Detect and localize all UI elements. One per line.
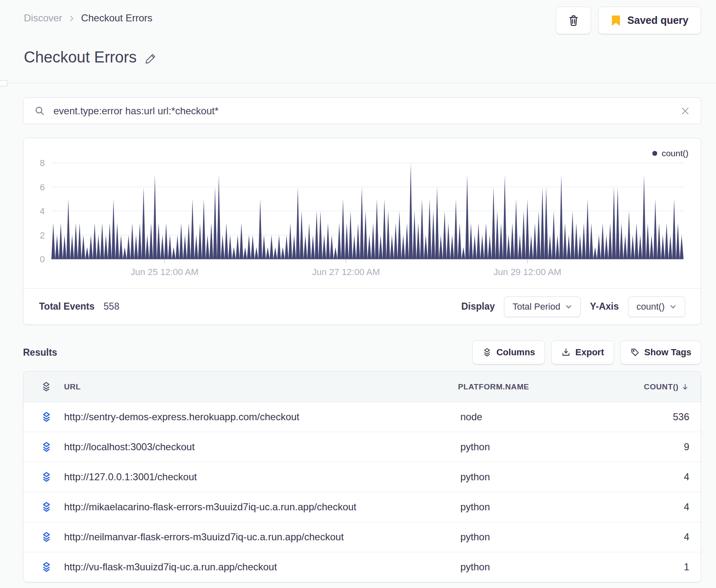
breadcrumb-current: Checkout Errors — [81, 12, 152, 24]
row-stack-cell[interactable] — [23, 561, 64, 573]
y-axis-label: Y-Axis — [590, 301, 619, 312]
column-header-count[interactable]: COUNT() — [644, 382, 701, 391]
export-button-label: Export — [575, 347, 604, 358]
svg-text:4: 4 — [40, 206, 45, 216]
delete-query-button[interactable] — [556, 7, 591, 34]
sort-descending-icon — [681, 383, 689, 391]
svg-text:2: 2 — [40, 230, 45, 241]
chevron-down-icon — [670, 303, 677, 310]
export-button[interactable]: Export — [551, 340, 614, 364]
column-header-url[interactable]: URL — [64, 382, 458, 391]
title-row: Checkout Errors — [24, 49, 157, 66]
columns-button-label: Columns — [497, 347, 535, 358]
header-divider — [0, 83, 716, 83]
layers-icon — [41, 471, 52, 483]
search-bar — [23, 97, 701, 124]
chevron-right-icon — [68, 15, 75, 22]
results-table-body: http://sentry-demos-express.herokuapp.co… — [23, 402, 701, 582]
results-table: URL PLATFORM.NAME COUNT() http://sentry-… — [23, 371, 701, 582]
column-header-platform[interactable]: PLATFORM.NAME — [458, 382, 644, 391]
row-stack-cell[interactable] — [23, 471, 64, 483]
header-stack-cell[interactable] — [23, 381, 64, 392]
download-icon — [561, 347, 571, 357]
display-dropdown-value: Total Period — [513, 301, 560, 312]
display-label: Display — [461, 301, 495, 312]
svg-text:0: 0 — [40, 254, 45, 264]
cell-url[interactable]: http://vu-flask-m3uuizd7iq-uc.a.run.app/… — [64, 561, 460, 573]
table-row[interactable]: http://mikaelacarino-flask-errors-m3uuiz… — [23, 492, 701, 522]
column-header-count-label: COUNT() — [644, 382, 679, 391]
chart-legend[interactable]: count() — [652, 148, 688, 158]
y-axis-dropdown-value: count() — [637, 301, 665, 312]
total-events-value: 558 — [104, 301, 119, 312]
total-events-label: Total Events — [39, 301, 95, 312]
close-icon — [680, 106, 690, 116]
chart-footer: Total Events 558 Display Total Period Y-… — [23, 289, 701, 324]
cell-platform: python — [460, 471, 647, 483]
results-header: Results Columns Export Sh — [23, 340, 701, 364]
event-volume-chart: 02468Jun 25 12:00 AMJun 27 12:00 AMJun 2… — [23, 138, 702, 280]
y-axis-dropdown[interactable]: count() — [628, 296, 685, 317]
layers-icon — [41, 441, 52, 453]
search-icon — [34, 105, 45, 116]
cell-platform: node — [460, 411, 647, 423]
svg-text:Jun 25 12:00 AM: Jun 25 12:00 AM — [131, 267, 199, 277]
edit-title-button[interactable] — [144, 53, 157, 65]
results-buttons: Columns Export Show Tags — [472, 340, 701, 364]
table-row[interactable]: http://localhost:3003/checkout python 9 — [23, 432, 701, 462]
trash-icon — [567, 14, 580, 27]
bookmark-icon — [611, 15, 621, 26]
row-stack-cell[interactable] — [23, 501, 64, 513]
saved-query-label: Saved query — [627, 14, 688, 26]
table-row[interactable]: http://vu-flask-m3uuizd7iq-uc.a.run.app/… — [23, 552, 701, 582]
svg-text:8: 8 — [40, 158, 45, 168]
cell-platform: python — [460, 561, 647, 573]
columns-button[interactable]: Columns — [472, 340, 545, 364]
cell-count: 9 — [647, 441, 701, 453]
cell-count: 4 — [647, 501, 701, 513]
page-title: Checkout Errors — [24, 49, 137, 66]
chart-panel: 02468Jun 25 12:00 AMJun 27 12:00 AMJun 2… — [23, 138, 701, 325]
layers-icon — [41, 501, 52, 513]
cell-platform: python — [460, 531, 647, 543]
table-row[interactable]: http://sentry-demos-express.herokuapp.co… — [23, 402, 701, 432]
header-actions: Saved query — [556, 7, 701, 34]
layers-icon — [41, 411, 52, 423]
table-header: URL PLATFORM.NAME COUNT() — [23, 372, 701, 402]
cell-platform: python — [460, 501, 647, 513]
svg-text:Jun 29 12:00 AM: Jun 29 12:00 AM — [494, 267, 561, 277]
pencil-icon — [144, 53, 157, 65]
row-stack-cell[interactable] — [23, 441, 64, 453]
show-tags-button-label: Show Tags — [644, 347, 692, 358]
breadcrumb-discover-link[interactable]: Discover — [24, 12, 62, 24]
svg-text:Jun 27 12:00 AM: Jun 27 12:00 AM — [312, 267, 380, 277]
collapse-handle[interactable] — [0, 80, 7, 86]
layers-icon — [41, 381, 52, 392]
layers-icon — [41, 561, 52, 573]
cell-url[interactable]: http://127.0.0.1:3001/checkout — [64, 471, 460, 483]
show-tags-button[interactable]: Show Tags — [620, 340, 702, 364]
row-stack-cell[interactable] — [23, 531, 64, 543]
layers-icon — [482, 347, 492, 357]
layers-icon — [41, 531, 52, 543]
cell-count: 4 — [647, 471, 701, 483]
cell-count: 4 — [647, 531, 701, 543]
breadcrumb: Discover Checkout Errors — [24, 12, 152, 24]
tag-icon — [630, 347, 640, 357]
table-row[interactable]: http://neilmanvar-flask-errors-m3uuizd7i… — [23, 522, 701, 552]
cell-url[interactable]: http://localhost:3003/checkout — [64, 441, 460, 453]
cell-url[interactable]: http://mikaelacarino-flask-errors-m3uuiz… — [64, 501, 460, 513]
clear-search-button[interactable] — [680, 106, 690, 116]
cell-url[interactable]: http://sentry-demos-express.herokuapp.co… — [64, 411, 460, 423]
table-row[interactable]: http://127.0.0.1:3001/checkout python 4 — [23, 462, 701, 492]
row-stack-cell[interactable] — [23, 411, 64, 423]
cell-count: 536 — [647, 411, 701, 423]
saved-query-button[interactable]: Saved query — [598, 7, 701, 34]
results-title: Results — [23, 347, 57, 358]
svg-text:6: 6 — [40, 182, 45, 192]
legend-label: count() — [662, 148, 688, 158]
cell-url[interactable]: http://neilmanvar-flask-errors-m3uuizd7i… — [64, 531, 460, 543]
cell-platform: python — [460, 441, 647, 453]
search-query-input[interactable] — [53, 105, 672, 117]
display-dropdown[interactable]: Total Period — [504, 296, 581, 317]
